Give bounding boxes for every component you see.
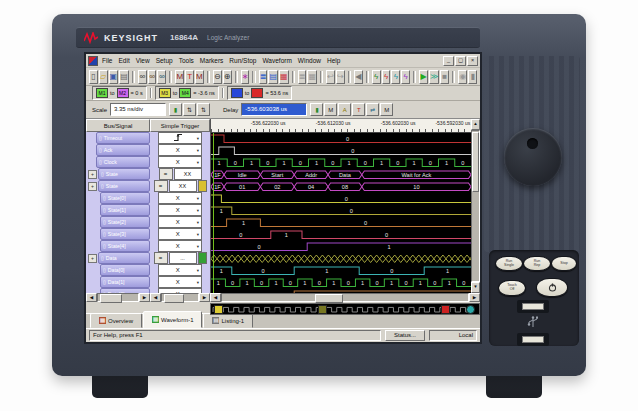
waveform-row-data[interactable]: [211, 253, 471, 265]
speaker-icon[interactable]: ◀: [354, 70, 363, 84]
pause-icon[interactable]: ▮: [468, 70, 477, 84]
goto-trigger-icon[interactable]: T: [185, 70, 194, 84]
waveform-row-clock[interactable]: 1010101010101010: [211, 157, 471, 169]
waveform-row-state-4-[interactable]: 01: [211, 241, 471, 253]
scroll-up-arrow[interactable]: ▲: [471, 119, 480, 130]
scroll-left-arrow[interactable]: ◀: [86, 293, 97, 302]
trigger-dropdown[interactable]: X▾: [158, 228, 202, 240]
waveform-row-data-0-[interactable]: 10101: [211, 265, 471, 277]
save-icon[interactable]: ▣: [109, 70, 119, 84]
zoom-fit-icon[interactable]: ∗: [241, 70, 250, 84]
menu-file[interactable]: File: [99, 56, 115, 65]
zoom-out-icon[interactable]: ⊖: [213, 70, 222, 84]
menu-setup[interactable]: Setup: [153, 56, 176, 65]
delay-goto-m1-button[interactable]: M: [324, 103, 337, 116]
bus-signal-column-header[interactable]: Bus/Signal: [86, 119, 150, 132]
waveform-scrollbar[interactable]: ◀ ▶: [210, 293, 480, 302]
stop-run-icon[interactable]: ■: [440, 70, 449, 84]
trigger-value-field[interactable]: ...: [169, 252, 197, 264]
run-marker-2-icon[interactable]: ϟ: [382, 70, 391, 84]
scroll-right-arrow[interactable]: ▶: [469, 293, 480, 302]
waveform-row-data-1-[interactable]: 101010101010101010: [211, 277, 471, 289]
goto-m1-icon[interactable]: M: [175, 70, 184, 84]
delay-goto-a-button[interactable]: A: [338, 103, 351, 116]
assign-icon[interactable]: [198, 252, 207, 264]
delay-input[interactable]: -536.603038 us: [241, 103, 307, 116]
signal-name-ack[interactable]: ▯Ack: [96, 144, 150, 156]
acquisition-overview-bar[interactable]: [210, 303, 480, 315]
trigger-dropdown[interactable]: ▾: [158, 132, 202, 144]
menu-help[interactable]: Help: [324, 56, 343, 65]
vertical-scroll-thumb[interactable]: [472, 132, 479, 192]
menu-window[interactable]: Window: [295, 56, 324, 65]
signal-name-timeout[interactable]: ▯Timeout: [96, 132, 150, 144]
waveform-display[interactable]: 0010101010101010101FIdleStartAddrDataWai…: [211, 133, 471, 293]
marker-readout-3[interactable]: to= 53.6 ns: [227, 86, 292, 100]
waveform-row-state-2-[interactable]: 10: [211, 217, 471, 229]
menu-waveform[interactable]: Waveform: [259, 56, 294, 65]
menu-tools[interactable]: Tools: [176, 56, 197, 65]
scale-input[interactable]: 3.35 ns/div: [110, 103, 166, 116]
menu-view[interactable]: View: [133, 56, 153, 65]
trigger-dropdown[interactable]: X▾: [158, 216, 202, 228]
goto-m2-icon[interactable]: M: [195, 70, 204, 84]
tab-overview[interactable]: ▦Overview: [90, 313, 142, 328]
waveform-row-state-3-[interactable]: 010: [211, 229, 471, 241]
waveform-row-state-1-[interactable]: 10: [211, 205, 471, 217]
signal-name-state-4-[interactable]: ▯State[4]: [100, 240, 150, 252]
signal-name-state[interactable]: ▯State: [98, 168, 150, 180]
expand-icon[interactable]: +: [88, 254, 97, 263]
h-scroll-thumb[interactable]: [315, 294, 343, 303]
overview-m1-marker[interactable]: [318, 305, 327, 314]
trigger-dropdown[interactable]: X▾: [158, 192, 202, 204]
run-marker-1-icon[interactable]: ϟ: [372, 70, 381, 84]
trigger-dropdown[interactable]: X▾: [158, 276, 202, 288]
maximize-button[interactable]: ▢: [455, 56, 466, 66]
run-marker-4-icon[interactable]: ϟ: [401, 70, 410, 84]
find-backward-icon[interactable]: ∞: [157, 70, 166, 84]
trigger-value-field[interactable]: XX: [169, 180, 197, 192]
signal-name-state[interactable]: ▯State: [98, 180, 150, 192]
signal-name-data-1-[interactable]: ▯Data[1]: [100, 276, 150, 288]
h-scroll-thumb[interactable]: [164, 294, 184, 303]
rotary-knob[interactable]: [504, 128, 562, 186]
signal-name-clock[interactable]: ▯Clock: [96, 156, 150, 168]
vertical-scrollbar[interactable]: ▲ ▼: [471, 119, 480, 293]
delay-goto-trigger-button[interactable]: T: [352, 103, 365, 116]
run-all-icon[interactable]: ≫: [429, 70, 439, 84]
list-disabled-icon[interactable]: ≣: [298, 70, 307, 84]
trigger-dropdown[interactable]: X▾: [158, 156, 202, 168]
delay-swap-button[interactable]: ⇄: [366, 103, 379, 116]
scroll-left-arrow[interactable]: ◀: [210, 293, 221, 302]
record-icon[interactable]: ◉: [458, 70, 467, 84]
run-single-button[interactable]: Run Single: [495, 256, 523, 271]
equals-operator-button[interactable]: =: [154, 252, 168, 264]
signal-name-state-0-[interactable]: ▯State[0]: [100, 192, 150, 204]
power-button[interactable]: [536, 278, 568, 297]
run-rep-button[interactable]: Run Rep: [523, 256, 551, 271]
bus-setup-icon[interactable]: ▤: [268, 70, 278, 84]
menu-edit[interactable]: Edit: [115, 56, 132, 65]
open-folder-icon[interactable]: ▱: [99, 70, 108, 84]
zoom-in-icon[interactable]: ⊕: [223, 70, 232, 84]
delay-goto-m2-button[interactable]: M: [380, 103, 393, 116]
touch-off-button[interactable]: Touch Off: [498, 280, 526, 296]
trigger-value-field[interactable]: XX: [174, 168, 202, 180]
trigger-column-scrollbar[interactable]: ◀ ▶: [150, 293, 210, 302]
waveform-row-state-0-[interactable]: 0: [211, 193, 471, 205]
h-scroll-thumb[interactable]: [100, 294, 122, 303]
new-file-icon[interactable]: ▯: [89, 70, 98, 84]
waveform-row-timeout[interactable]: 0: [211, 133, 471, 145]
scale-zoom-out-button[interactable]: ⇅: [197, 103, 210, 116]
undo-disabled-icon[interactable]: ↩: [326, 70, 335, 84]
marker-readout-1[interactable]: M1toM2= 0 s: [92, 86, 147, 100]
waveform-row-state[interactable]: 1FIdleStartAddrDataWait for Ack: [211, 169, 471, 181]
overview-trigger-marker[interactable]: [441, 305, 450, 314]
scroll-right-arrow[interactable]: ▶: [139, 293, 150, 302]
name-column-scrollbar[interactable]: ◀ ▶: [86, 293, 150, 302]
signal-name-data[interactable]: ▯Data: [98, 252, 150, 264]
overview-begin-marker[interactable]: [214, 305, 223, 314]
simple-trigger-column-header[interactable]: Simple Trigger: [150, 119, 210, 132]
waveform-row-ack[interactable]: 0: [211, 145, 471, 157]
scale-marker-button[interactable]: ▮: [169, 103, 182, 116]
